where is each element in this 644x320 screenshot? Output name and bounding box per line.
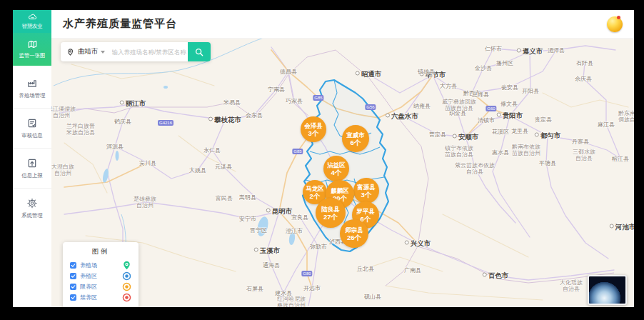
legend-checkbox[interactable] — [70, 262, 76, 269]
map-label: 花溪区 — [492, 128, 509, 136]
marker-count: 4个 — [331, 169, 342, 176]
marker-district-name: 陆良县 — [321, 206, 340, 213]
marker-district-name: 马龙区 — [306, 185, 324, 192]
search-button[interactable] — [188, 42, 211, 61]
legend-title: 图例 — [70, 247, 131, 256]
map-label: 安宁市 — [239, 215, 256, 223]
district-marker[interactable]: 宣威市 6个 — [342, 125, 369, 152]
app-logo: 智慧农业 — [13, 10, 51, 33]
page-title: 水产养殖质量监管平台 — [63, 17, 177, 31]
sidebar-item-system-management[interactable]: 系统管理 — [13, 188, 51, 228]
map-label: 瓮安县 — [501, 84, 518, 91]
marker-count: 6个 — [351, 139, 361, 146]
map-label: 安顺市 — [453, 133, 479, 142]
map-label: 黔东南苗族侗族自治州 — [618, 110, 634, 123]
audit-icon — [26, 118, 38, 129]
city-selector[interactable]: 曲靖市 — [78, 47, 105, 56]
marker-count: 3个 — [308, 129, 319, 137]
map-label: 遵义市 — [517, 47, 543, 56]
forbidden-zone-ring-icon — [122, 293, 131, 302]
district-marker[interactable]: 师宗县 26个 — [340, 219, 368, 248]
sidebar-item-label: 养殖场管理 — [19, 91, 46, 99]
legend-checkbox[interactable] — [70, 284, 76, 290]
map-label: 昆明市 — [266, 207, 293, 216]
marker-count: 26个 — [347, 234, 361, 241]
map-label: 清镇市 — [478, 116, 495, 124]
map-label: 仁怀市 — [485, 45, 502, 53]
district-marker[interactable]: 富源县 3个 — [353, 178, 379, 204]
sidebar-item-label: 信息上报 — [21, 171, 42, 179]
map-label: 镇宁布依族苗族自治县 — [445, 145, 473, 158]
road-badge: G85 — [313, 95, 323, 101]
map-label: 永仁县 — [203, 146, 221, 154]
legend-item-restricted-zone: 限养区 — [70, 281, 131, 292]
map-label: 宾川县 — [139, 159, 156, 167]
search-input[interactable] — [111, 48, 188, 56]
chevron-down-icon — [101, 51, 105, 54]
map-label: 红河哈尼族彝族自治州 — [277, 296, 306, 307]
map-label: 晋宁区 — [250, 226, 267, 234]
district-marker[interactable]: 会泽县 3个 — [301, 116, 326, 142]
map-label: 都匀市 — [535, 131, 561, 141]
map-label: 富民县 — [216, 194, 233, 202]
map-label: 广南县 — [404, 266, 421, 274]
legend-item-label: 养殖场 — [80, 261, 122, 269]
satellite-layer-thumbnail[interactable] — [588, 275, 627, 305]
map-label: 麻江县 — [598, 121, 615, 129]
marker-district-name: 宣威市 — [346, 131, 365, 139]
report-icon — [26, 158, 38, 169]
sidebar-item-supervision-map[interactable]: 监管一张图 — [13, 33, 51, 66]
sidebar-item-info-report[interactable]: 信息上报 — [13, 148, 51, 188]
map-label: 丽江市 — [120, 99, 146, 109]
map-label: 纳雍县 — [413, 102, 431, 110]
district-marker[interactable]: 沾益区 4个 — [323, 156, 349, 181]
map-label: 播州区 — [496, 59, 513, 67]
map-label: 黔南布依族苗族自治州 — [512, 144, 540, 156]
sidebar: 智慧农业 监管一张图 养殖场管理 审核信息 信息上报 系统管理 — [13, 10, 51, 307]
map-label: 丘北县 — [357, 265, 374, 273]
road-badge: G60 — [485, 106, 496, 111]
map-label: 攀枝花市 — [208, 116, 241, 125]
marker-count: 3个 — [361, 191, 372, 199]
header: 水产养殖质量监管平台 — [51, 10, 634, 39]
map-label: 澄江市 — [286, 227, 303, 235]
map-label: 兰坪白族普米族自治县 — [66, 123, 95, 136]
map-label: 大理白族自治州 — [51, 164, 74, 176]
screenshot-frame: 水产养殖质量监管平台 — [0, 0, 644, 320]
map-label: 会东县 — [246, 111, 263, 119]
sidebar-item-farm-management[interactable]: 养殖场管理 — [13, 69, 51, 108]
marker-count: 27个 — [323, 213, 338, 221]
city-selector-value: 曲靖市 — [78, 47, 99, 56]
legend-item-label: 养殖区 — [80, 272, 122, 280]
map-label: 平塘县 — [539, 159, 556, 167]
legend-item-label: 禁养区 — [80, 294, 122, 301]
map-label: 贵阳市 — [497, 111, 523, 121]
map-label: 宁南县 — [268, 86, 285, 94]
legend-item-farm: 养殖场 — [70, 260, 131, 271]
road-badge: G4216 — [158, 120, 173, 126]
district-marker[interactable]: 陆良县 27个 — [316, 198, 346, 228]
map-label: 昭通市 — [356, 70, 382, 79]
map-label: 嵩明县 — [239, 194, 256, 201]
road-badge: G56 — [365, 104, 376, 110]
sidebar-item-audit-info[interactable]: 审核信息 — [13, 108, 51, 148]
app-logo-label: 智慧农业 — [21, 22, 42, 29]
map-label: 贵定县 — [535, 116, 552, 124]
map-label: 鹤庆县 — [114, 118, 131, 126]
map-label: 百色市 — [483, 271, 509, 281]
app-window: 水产养殖质量监管平台 — [13, 10, 634, 307]
legend-checkbox[interactable] — [70, 294, 76, 301]
map-label: 弥勒市 — [310, 243, 327, 251]
marker-count: 2个 — [310, 192, 321, 200]
legend-checkbox[interactable] — [70, 273, 76, 279]
legend-item-forbidden-zone: 禁养区 — [70, 292, 131, 303]
map-label: 威宁彝族回族苗族自治县 — [442, 99, 476, 111]
map-label: 通海县 — [263, 261, 280, 269]
marker-district-name: 罗平县 — [356, 208, 375, 215]
map-label: 洱源县 — [106, 143, 124, 151]
map-label: 紫云苗族布依族自治县 — [455, 162, 495, 175]
map-canvas[interactable]: 昭通市丽江市攀枝花市六盘水市毕节市遵义市贵阳市安顺市都匀市昆明市玉溪市临沧市兴义… — [51, 39, 634, 307]
farm-icon — [26, 78, 38, 89]
restricted-zone-ring-icon — [122, 282, 131, 291]
user-avatar[interactable] — [607, 16, 623, 32]
